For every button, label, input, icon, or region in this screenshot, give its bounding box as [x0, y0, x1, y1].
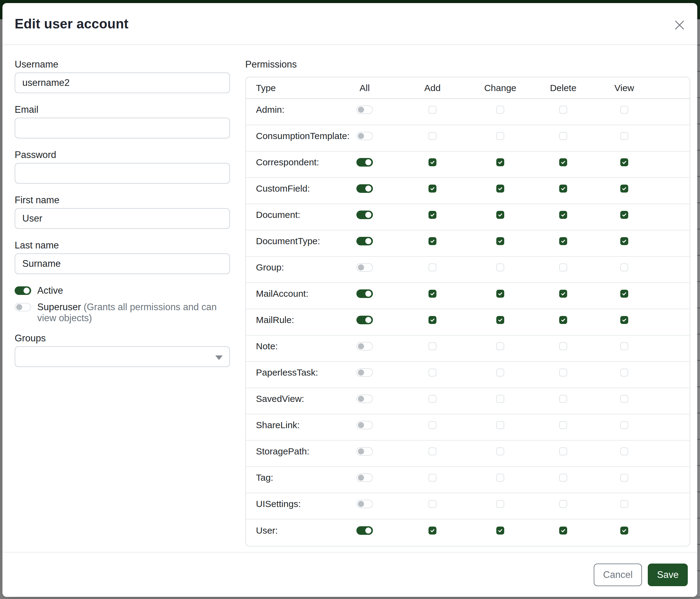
group-all-toggle[interactable]: [356, 263, 373, 272]
uisettings-change-checkbox[interactable]: [496, 500, 504, 508]
paperlesstask-delete-checkbox[interactable]: [559, 368, 567, 377]
admin-add-checkbox[interactable]: [428, 106, 436, 114]
uisettings-add-checkbox[interactable]: [428, 500, 436, 508]
paperlesstask-view-checkbox[interactable]: [620, 368, 628, 377]
consumptiontemplate-add-checkbox[interactable]: [428, 132, 436, 140]
mailrule-all-toggle[interactable]: [356, 316, 373, 324]
storagepath-delete-checkbox[interactable]: [559, 448, 567, 455]
mailrule-change-checkbox[interactable]: [496, 316, 504, 324]
username-input[interactable]: username2: [15, 72, 230, 93]
save-button[interactable]: Save: [648, 564, 688, 586]
correspondent-change-checkbox[interactable]: [496, 158, 504, 166]
customfield-view-checkbox[interactable]: [620, 185, 628, 193]
correspondent-add-checkbox[interactable]: [428, 158, 436, 166]
document-add-checkbox[interactable]: [428, 211, 436, 219]
paperlesstask-all-toggle[interactable]: [356, 368, 373, 377]
group-view-checkbox[interactable]: [620, 263, 628, 271]
mailaccount-all-toggle[interactable]: [356, 289, 373, 298]
savedview-change-checkbox[interactable]: [496, 395, 504, 403]
documenttype-change-checkbox[interactable]: [496, 237, 504, 245]
mailaccount-view-checkbox[interactable]: [620, 290, 628, 298]
consumptiontemplate-delete-checkbox[interactable]: [559, 132, 567, 140]
document-view-checkbox[interactable]: [620, 211, 628, 219]
uisettings-delete-checkbox[interactable]: [559, 500, 567, 508]
user-change-checkbox[interactable]: [496, 527, 504, 534]
document-all-toggle[interactable]: [356, 211, 373, 219]
savedview-view-checkbox[interactable]: [620, 395, 628, 403]
note-all-toggle[interactable]: [356, 342, 373, 351]
customfield-delete-checkbox[interactable]: [559, 185, 567, 193]
savedview-add-checkbox[interactable]: [428, 395, 436, 403]
admin-change-checkbox[interactable]: [496, 106, 504, 114]
tag-add-checkbox[interactable]: [428, 474, 436, 482]
close-button[interactable]: [672, 18, 687, 32]
mailaccount-delete-checkbox[interactable]: [559, 290, 567, 298]
savedview-delete-checkbox[interactable]: [559, 395, 567, 403]
note-delete-checkbox[interactable]: [559, 342, 567, 350]
uisettings-view-checkbox[interactable]: [620, 500, 628, 508]
user-delete-checkbox[interactable]: [559, 527, 567, 534]
customfield-all-toggle[interactable]: [356, 184, 373, 193]
group-change-checkbox[interactable]: [496, 263, 504, 271]
correspondent-delete-checkbox[interactable]: [559, 158, 567, 166]
consumptiontemplate-view-checkbox[interactable]: [620, 132, 628, 140]
toggle-knob: [365, 317, 371, 323]
storagepath-all-toggle[interactable]: [356, 447, 373, 456]
customfield-change-checkbox[interactable]: [496, 185, 504, 193]
admin-view-checkbox[interactable]: [620, 106, 628, 114]
mailrule-view-checkbox[interactable]: [620, 316, 628, 324]
consumptiontemplate-change-checkbox[interactable]: [496, 132, 504, 140]
last-name-label: Last name: [15, 240, 230, 251]
add-checkbox-cell: [399, 395, 466, 403]
admin-delete-checkbox[interactable]: [559, 106, 567, 114]
correspondent-all-toggle[interactable]: [356, 158, 373, 167]
user-all-toggle[interactable]: [356, 526, 373, 535]
uisettings-all-toggle[interactable]: [356, 500, 373, 508]
correspondent-view-checkbox[interactable]: [620, 158, 628, 166]
first-name-input[interactable]: User: [15, 208, 230, 229]
cancel-button[interactable]: Cancel: [594, 564, 642, 586]
note-view-checkbox[interactable]: [620, 342, 628, 350]
admin-all-toggle[interactable]: [356, 105, 373, 114]
mailrule-delete-checkbox[interactable]: [559, 316, 567, 324]
documenttype-view-checkbox[interactable]: [620, 237, 628, 245]
paperlesstask-add-checkbox[interactable]: [428, 368, 436, 377]
sharelink-delete-checkbox[interactable]: [559, 421, 567, 429]
username-field-group: Usernameusername2: [15, 59, 230, 93]
user-view-checkbox[interactable]: [620, 527, 628, 534]
storagepath-view-checkbox[interactable]: [620, 448, 628, 455]
document-delete-checkbox[interactable]: [559, 211, 567, 219]
sharelink-change-checkbox[interactable]: [496, 421, 504, 429]
documenttype-add-checkbox[interactable]: [428, 237, 436, 245]
consumptiontemplate-all-toggle[interactable]: [356, 132, 373, 140]
last-name-input[interactable]: Surname: [15, 253, 230, 274]
sharelink-all-toggle[interactable]: [356, 421, 373, 429]
paperlesstask-change-checkbox[interactable]: [496, 368, 504, 377]
customfield-add-checkbox[interactable]: [428, 185, 436, 193]
active-toggle[interactable]: [15, 286, 31, 295]
note-change-checkbox[interactable]: [496, 342, 504, 350]
mailaccount-change-checkbox[interactable]: [496, 290, 504, 298]
mailrule-add-checkbox[interactable]: [428, 316, 436, 324]
tag-all-toggle[interactable]: [356, 473, 373, 482]
sharelink-add-checkbox[interactable]: [428, 421, 436, 429]
documenttype-all-toggle[interactable]: [356, 237, 373, 245]
email-input[interactable]: [15, 118, 230, 139]
tag-view-checkbox[interactable]: [620, 474, 628, 482]
storagepath-change-checkbox[interactable]: [496, 448, 504, 455]
tag-delete-checkbox[interactable]: [559, 474, 567, 482]
user-add-checkbox[interactable]: [428, 527, 436, 534]
group-add-checkbox[interactable]: [428, 263, 436, 271]
sharelink-view-checkbox[interactable]: [620, 421, 628, 429]
documenttype-delete-checkbox[interactable]: [559, 237, 567, 245]
groups-select[interactable]: [15, 346, 230, 367]
tag-change-checkbox[interactable]: [496, 474, 504, 482]
savedview-all-toggle[interactable]: [356, 394, 373, 403]
mailaccount-add-checkbox[interactable]: [428, 290, 436, 298]
password-input[interactable]: [15, 163, 230, 184]
note-add-checkbox[interactable]: [428, 342, 436, 350]
storagepath-add-checkbox[interactable]: [428, 448, 436, 455]
document-change-checkbox[interactable]: [496, 211, 504, 219]
superuser-toggle[interactable]: [15, 303, 31, 311]
group-delete-checkbox[interactable]: [559, 263, 567, 271]
